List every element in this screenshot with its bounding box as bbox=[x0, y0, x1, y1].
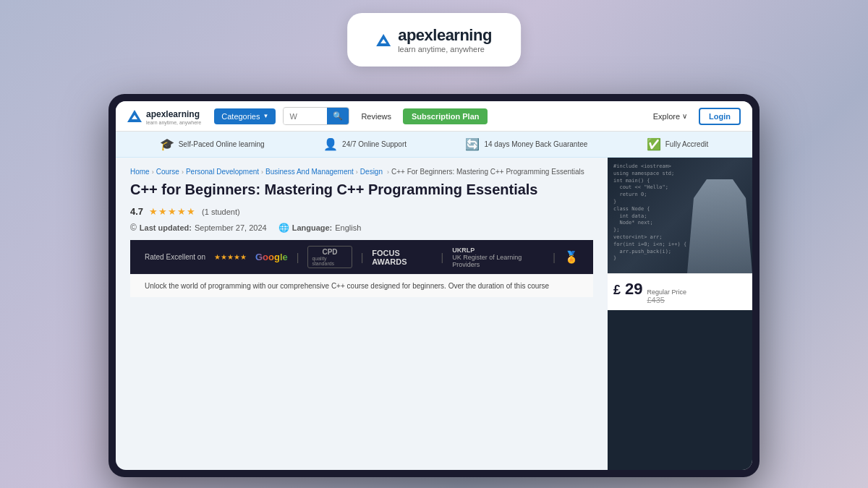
breadcrumb-current: C++ For Beginners: Mastering C++ Program… bbox=[391, 168, 584, 176]
globe-icon: 🌐 bbox=[278, 223, 289, 233]
brand-tagline: learn anytime, anywhere bbox=[398, 45, 492, 53]
description-snippet: Unlock the world of programming with our… bbox=[130, 274, 593, 297]
rating-count: (1 student) bbox=[202, 207, 240, 216]
navbar: apexlearning learn anytime, anywhere Cat… bbox=[116, 101, 752, 132]
search-button[interactable]: 🔍 bbox=[327, 108, 349, 124]
device-screen: apexlearning learn anytime, anywhere Cat… bbox=[116, 101, 752, 470]
breadcrumb-personal-dev[interactable]: Personal Development bbox=[186, 168, 259, 176]
self-paced-icon: 🎓 bbox=[160, 137, 174, 151]
features-bar: 🎓 Self-Paced Online learning 👤 24/7 Onli… bbox=[116, 132, 752, 158]
nav-brand-tagline: learn anytime, anywhere bbox=[146, 120, 201, 125]
price-original: £435 bbox=[647, 296, 687, 304]
search-bar: 🔍 bbox=[283, 107, 349, 125]
focus-awards: FOCUS AWARDS bbox=[372, 249, 432, 266]
login-button[interactable]: Login bbox=[699, 108, 741, 125]
last-updated-label: Last updated: bbox=[140, 223, 192, 232]
price-section: £ 29 Regular Price £435 bbox=[608, 273, 752, 310]
brand-name: apexlearning bbox=[398, 26, 492, 45]
cpd-main: CPD bbox=[322, 248, 337, 256]
ukrlp-sub: UK Register of Learning Providers bbox=[452, 254, 544, 268]
breadcrumb-course[interactable]: Course bbox=[156, 168, 179, 176]
feature-self-paced-label: Self-Paced Online learning bbox=[179, 140, 265, 148]
divider-3: | bbox=[441, 252, 444, 263]
rating-score: 4.7 bbox=[130, 206, 143, 217]
price-label: Regular Price bbox=[647, 288, 687, 296]
nav-brand-name: apexlearning bbox=[146, 109, 200, 119]
google-logo: Google bbox=[255, 252, 288, 262]
cpd-badge: CPD quality standards bbox=[307, 246, 352, 268]
feature-support-label: 24/7 Online Support bbox=[342, 140, 407, 148]
last-updated-value: September 27, 2024 bbox=[195, 223, 267, 232]
course-title: C++ for Beginners: Mastering C++ Program… bbox=[130, 180, 593, 199]
ukrlp-badge: UKRLP UK Register of Learning Providers bbox=[452, 247, 544, 268]
device-frame: apexlearning learn anytime, anywhere Cat… bbox=[109, 94, 760, 477]
language-label: Language: bbox=[292, 223, 333, 232]
divider-1: | bbox=[297, 252, 299, 263]
reviews-link[interactable]: Reviews bbox=[357, 109, 396, 124]
categories-button[interactable]: Categories bbox=[214, 108, 276, 124]
description-text: Unlock the world of programming with our… bbox=[145, 282, 549, 290]
feature-accredited-label: Fully Accredit bbox=[665, 140, 708, 148]
price-currency: £ bbox=[613, 283, 621, 298]
course-thumbnail: #include <iostream> using namespace std;… bbox=[608, 158, 752, 273]
breadcrumb: Home › Course › Personal Development › B… bbox=[130, 168, 593, 176]
feature-accredited: ✅ Fully Accredit bbox=[647, 137, 708, 151]
feature-support: 👤 24/7 Online Support bbox=[323, 137, 407, 151]
last-updated-item: © Last updated: September 27, 2024 bbox=[130, 223, 267, 233]
meta-row: © Last updated: September 27, 2024 🌐 Lan… bbox=[130, 223, 593, 233]
language-item: 🌐 Language: English bbox=[278, 223, 362, 233]
nav-logo: apexlearning learn anytime, anywhere bbox=[127, 107, 201, 125]
cpd-sub: quality standards bbox=[312, 256, 347, 266]
bottom-bar: Rated Excellent on ★★★★★ Google | CPD qu… bbox=[130, 240, 593, 274]
divider-2: | bbox=[361, 252, 364, 263]
certification-icon: 🏅 bbox=[564, 250, 579, 264]
ukrlp-main: UKRLP bbox=[452, 247, 544, 254]
divider-4: | bbox=[553, 252, 556, 263]
support-icon: 👤 bbox=[323, 137, 338, 151]
money-back-icon: 🔄 bbox=[465, 137, 480, 151]
rating-stars: ★★★★★ bbox=[149, 206, 196, 217]
subscription-button[interactable]: Subscription Plan bbox=[403, 108, 488, 124]
price-value: 29 bbox=[625, 280, 642, 299]
rated-text: Rated Excellent on bbox=[145, 253, 205, 261]
clock-icon: © bbox=[130, 223, 137, 233]
top-logo-card: apexlearning learn anytime, anywhere bbox=[347, 13, 521, 67]
breadcrumb-business[interactable]: Business And Management bbox=[265, 168, 354, 176]
breadcrumb-home[interactable]: Home bbox=[130, 168, 150, 176]
accredited-icon: ✅ bbox=[647, 137, 661, 151]
rating-row: 4.7 ★★★★★ (1 student) bbox=[130, 206, 593, 217]
logo-icon bbox=[376, 34, 391, 46]
breadcrumb-design[interactable]: Design bbox=[360, 168, 383, 176]
language-value: English bbox=[335, 223, 361, 232]
google-stars: ★★★★★ bbox=[214, 253, 247, 261]
feature-self-paced: 🎓 Self-Paced Online learning bbox=[160, 137, 265, 151]
person-image bbox=[687, 179, 752, 273]
content-left: Home › Course › Personal Development › B… bbox=[116, 158, 608, 470]
course-thumbnail-area: #include <iostream> using namespace std;… bbox=[608, 158, 752, 470]
explore-button[interactable]: Explore bbox=[649, 109, 692, 124]
price-row: £ 29 Regular Price £435 bbox=[613, 280, 746, 304]
feature-money-back: 🔄 14 days Money Back Guarantee bbox=[465, 137, 587, 151]
main-content: Home › Course › Personal Development › B… bbox=[116, 158, 752, 470]
feature-money-back-label: 14 days Money Back Guarantee bbox=[484, 140, 587, 148]
nav-logo-icon bbox=[127, 110, 142, 122]
search-input[interactable] bbox=[284, 108, 327, 124]
